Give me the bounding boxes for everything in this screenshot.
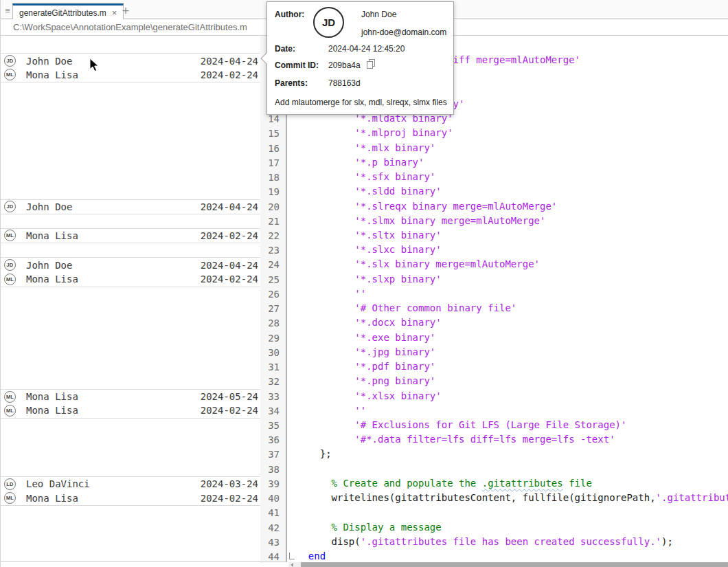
blame-author-name: Mona Lisa <box>26 230 78 241</box>
line-number: 21 <box>268 214 280 229</box>
line-number: 44 <box>268 549 280 564</box>
blame-row[interactable]: MLMona Lisa2024-02-24 <box>1 67 260 82</box>
code-line: '*.sldd binary' <box>297 184 442 199</box>
author-name: John Doe <box>361 10 396 19</box>
avatar: JD <box>313 7 344 38</box>
tab-generateGitAttributes[interactable]: generateGitAttributes.m × <box>12 3 124 20</box>
code-line: '*.pdf binary' <box>297 359 435 375</box>
parents-label: Parents: <box>275 78 308 88</box>
code-line: '*.p binary' <box>297 155 424 170</box>
code-line: }; <box>297 447 332 462</box>
blame-author-name: Mona Lisa <box>26 69 78 80</box>
blame-row[interactable]: LDLeo DaVinci2024-03-24 <box>1 476 260 491</box>
editor-main: JDJohn Doe2024-04-24MLMona Lisa2024-02-2… <box>1 36 728 567</box>
code-line: '*.png binary' <box>297 374 435 389</box>
line-number: 35 <box>268 418 280 433</box>
blame-row[interactable]: MLMona Lisa2024-02-24 <box>1 403 260 419</box>
blame-date: 2024-02-24 <box>201 405 258 416</box>
author-badge-icon: JD <box>4 259 16 271</box>
blame-author-name: Mona Lisa <box>26 274 78 285</box>
copy-icon[interactable] <box>366 58 376 72</box>
line-number: 33 <box>268 389 280 404</box>
tab-title: generateGitAttributes.m <box>19 8 106 18</box>
code-line: '*.jpg binary' <box>297 345 435 360</box>
author-badge-icon: JD <box>4 201 16 212</box>
blame-date: 2024-02-24 <box>201 230 258 241</box>
commit-id-value: 209ba4a <box>328 60 361 70</box>
line-number: 34 <box>268 403 280 419</box>
code-line: % Display a message <box>297 520 442 535</box>
line-number: 25 <box>268 272 280 287</box>
author-badge-icon: LD <box>4 478 16 490</box>
line-number: 42 <box>268 520 280 535</box>
code-line: '*.xlsx binary' <box>297 389 442 404</box>
blame-date: 2024-04-24 <box>201 201 258 212</box>
blame-row[interactable]: MLMona Lisa2024-02-24 <box>1 228 260 243</box>
mouse-cursor <box>89 58 100 76</box>
code-line: '*.slreqx binary merge=mlAutoMerge' <box>297 199 557 214</box>
author-badge-icon: ML <box>4 230 16 241</box>
code-line: '' <box>297 403 366 419</box>
line-number: 36 <box>268 432 280 447</box>
editor-window: { "tab_bar": { "grip_icon": "≡", "tab_ti… <box>0 0 728 567</box>
line-number: 23 <box>268 243 280 258</box>
git-blame-panel: JDJohn Doe2024-04-24MLMona Lisa2024-02-2… <box>1 36 260 562</box>
line-number: 16 <box>268 141 280 156</box>
commit-id-label: Commit ID: <box>275 60 319 70</box>
blame-row[interactable]: MLMona Lisa2024-02-24 <box>1 491 260 506</box>
code-line: % Create and populate the .gitattributes… <box>297 476 592 491</box>
blame-row[interactable]: JDJohn Doe2024-04-24 <box>1 257 260 272</box>
line-number: 43 <box>268 535 280 550</box>
line-number: 26 <box>268 287 280 302</box>
line-number: 27 <box>268 301 280 316</box>
blame-author-name: Leo DaVinci <box>26 478 90 489</box>
blame-row[interactable]: MLMona Lisa2024-02-24 <box>1 272 260 287</box>
author-label: Author: <box>275 10 304 19</box>
code-line: '' <box>297 287 366 302</box>
code-line: disp('.gitattributes file has been creat… <box>297 535 673 550</box>
drag-grip-icon[interactable]: ≡ <box>3 4 12 18</box>
line-number: 15 <box>268 126 280 141</box>
scrollbar-thumb[interactable] <box>301 562 728 567</box>
fold-end-marker-icon[interactable] <box>289 553 295 559</box>
author-badge-icon: ML <box>4 391 16 403</box>
code-line: writelines(gitattributesContent, fullfil… <box>297 491 728 506</box>
commit-details-tooltip: Author: JD John Doe john-doe@domain.com … <box>266 1 454 115</box>
scroll-left-arrow-icon[interactable] <box>291 563 293 567</box>
author-badge-icon: ML <box>4 274 16 285</box>
line-number: 39 <box>268 476 280 491</box>
author-badge-icon: ML <box>4 405 16 416</box>
new-tab-button[interactable]: + <box>117 4 135 19</box>
code-line: '*.slx binary merge=mlAutoMerge' <box>297 257 540 272</box>
blame-author-name: John Doe <box>26 56 72 67</box>
code-line: '*.mlproj binary' <box>297 126 453 141</box>
blame-row[interactable]: MLMona Lisa2024-05-24 <box>1 389 260 404</box>
code-line: '*.slxc binary' <box>297 243 442 258</box>
commit-message: Add mlautomerge for slx, mdl, slreqx, sl… <box>275 98 447 107</box>
author-badge-icon: ML <box>4 492 16 504</box>
blame-date: 2024-02-24 <box>201 274 258 285</box>
parents-value: 788163d <box>328 78 361 88</box>
file-path: C:\WorkSpace\AnnotationExample\generateG… <box>13 22 247 32</box>
code-line: '*.slmx binary merge=mlAutoMerge' <box>297 214 545 229</box>
line-number: 22 <box>268 228 280 243</box>
line-number: 41 <box>268 505 280 520</box>
date-value: 2024-04-24 12:45:20 <box>328 44 405 54</box>
blame-date: 2024-05-24 <box>201 391 258 402</box>
blame-author-name: Mona Lisa <box>26 493 78 504</box>
author-email: john-doe@domain.com <box>361 27 446 37</box>
line-number: 28 <box>268 315 280 331</box>
line-number: 18 <box>268 170 280 185</box>
line-number: 30 <box>268 345 280 360</box>
line-number: 31 <box>268 359 280 375</box>
blame-row[interactable]: JDJohn Doe2024-04-24 <box>1 199 260 214</box>
line-number: 20 <box>268 199 280 214</box>
line-number: 29 <box>268 331 280 346</box>
author-badge-icon: JD <box>4 55 16 67</box>
code-line: '#*.data filter=lfs diff=lfs merge=lfs -… <box>297 432 615 447</box>
avatar-initials: JD <box>322 16 335 28</box>
blame-row[interactable]: JDJohn Doe2024-04-24 <box>1 53 260 68</box>
blame-author-name: Mona Lisa <box>26 405 78 416</box>
horizontal-scrollbar[interactable] <box>288 562 728 567</box>
blame-date: 2024-02-24 <box>201 493 258 504</box>
